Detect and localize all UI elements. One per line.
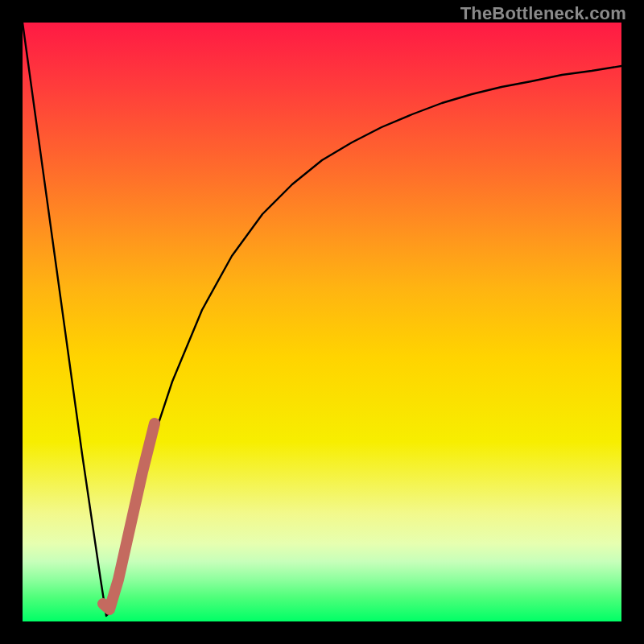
watermark-text: TheBottleneck.com	[460, 3, 626, 24]
chart-frame: TheBottleneck.com	[0, 0, 644, 644]
chart-gradient-background	[23, 23, 621, 621]
